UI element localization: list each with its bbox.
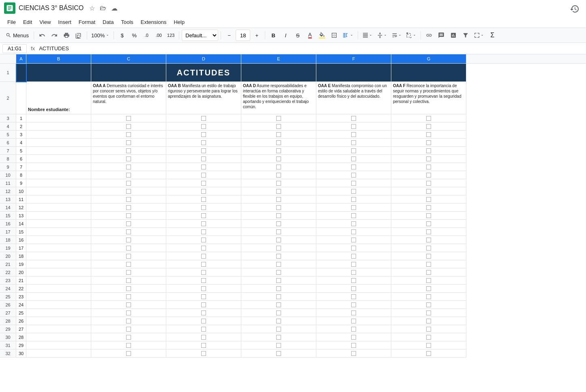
cell-a24[interactable]: 22: [16, 285, 26, 293]
checkbox-f-row-18[interactable]: [351, 254, 356, 259]
row-num-13[interactable]: 13: [0, 195, 16, 203]
checkbox-c-row-18[interactable]: [126, 254, 131, 259]
cell-d22[interactable]: [166, 268, 241, 276]
cell-d11[interactable]: [166, 179, 241, 187]
row-num-3[interactable]: 3: [0, 114, 16, 122]
row-num-32[interactable]: 32: [0, 349, 16, 358]
cell-a19[interactable]: 17: [16, 244, 26, 252]
cloud-icon[interactable]: ☁: [111, 4, 118, 12]
cell-f12[interactable]: [316, 187, 391, 195]
checkbox-d-row-20[interactable]: [201, 270, 206, 275]
checkbox-e-row-10[interactable]: [276, 189, 281, 194]
cell-g29[interactable]: [391, 325, 466, 333]
checkbox-c-row-25[interactable]: [126, 311, 131, 315]
checkbox-e-row-9[interactable]: [276, 181, 281, 186]
checkbox-g-row-10[interactable]: [426, 189, 431, 194]
checkbox-f-row-28[interactable]: [351, 335, 356, 340]
checkbox-e-row-5[interactable]: [276, 148, 281, 153]
merge-cells-button[interactable]: [341, 30, 355, 41]
cell-g26[interactable]: [391, 301, 466, 309]
cell-b5[interactable]: [26, 131, 91, 139]
cell-c22[interactable]: [91, 268, 166, 276]
checkbox-c-row-9[interactable]: [126, 181, 131, 186]
checkbox-f-row-20[interactable]: [351, 270, 356, 275]
cell-e2[interactable]: OAA D Asume responsabilidades e interact…: [241, 82, 316, 114]
checkbox-c-row-4[interactable]: [126, 140, 131, 145]
cell-d2[interactable]: OAA B Manifiesta un estilo de trabajo ri…: [166, 82, 241, 114]
row-num-8[interactable]: 8: [0, 155, 16, 163]
cell-a9[interactable]: 7: [16, 163, 26, 171]
cell-c7[interactable]: [91, 147, 166, 155]
checkbox-d-row-18[interactable]: [201, 254, 206, 259]
cell-b6[interactable]: [26, 139, 91, 147]
checkbox-d-row-11[interactable]: [201, 197, 206, 202]
cell-f20[interactable]: [316, 252, 391, 260]
cell-f11[interactable]: [316, 179, 391, 187]
checkbox-e-row-12[interactable]: [276, 205, 281, 210]
text-color-button[interactable]: A: [304, 30, 316, 41]
cell-a23[interactable]: 21: [16, 276, 26, 285]
cell-d16[interactable]: [166, 220, 241, 228]
cell-b31[interactable]: [26, 341, 91, 349]
cell-a10[interactable]: 8: [16, 171, 26, 179]
checkbox-e-row-4[interactable]: [276, 140, 281, 145]
cell-e9[interactable]: [241, 163, 316, 171]
checkbox-c-row-17[interactable]: [126, 246, 131, 251]
cell-g23[interactable]: [391, 276, 466, 285]
checkbox-c-row-20[interactable]: [126, 270, 131, 275]
cell-f1[interactable]: [316, 64, 391, 82]
cell-e29[interactable]: [241, 325, 316, 333]
cell-a8[interactable]: 6: [16, 155, 26, 163]
cell-b22[interactable]: [26, 268, 91, 276]
menu-help[interactable]: Help: [170, 18, 188, 26]
checkbox-e-row-15[interactable]: [276, 229, 281, 234]
cell-b9[interactable]: [26, 163, 91, 171]
cell-g12[interactable]: [391, 187, 466, 195]
checkbox-d-row-21[interactable]: [201, 278, 206, 283]
cell-c14[interactable]: [91, 203, 166, 212]
cell-d19[interactable]: [166, 244, 241, 252]
cell-d4[interactable]: [166, 122, 241, 131]
increase-font-button[interactable]: +: [251, 30, 262, 41]
cell-g15[interactable]: [391, 212, 466, 220]
checkbox-d-row-17[interactable]: [201, 246, 206, 251]
cell-g27[interactable]: [391, 309, 466, 317]
cell-b29[interactable]: [26, 325, 91, 333]
checkbox-f-row-27[interactable]: [351, 327, 356, 332]
checkbox-c-row-2[interactable]: [126, 124, 131, 129]
menu-view[interactable]: View: [36, 18, 54, 26]
checkbox-d-row-30[interactable]: [201, 351, 206, 356]
cell-c30[interactable]: [91, 333, 166, 341]
cell-e23[interactable]: [241, 276, 316, 285]
cell-f32[interactable]: [316, 349, 391, 358]
filter-button[interactable]: [460, 30, 471, 41]
cell-e22[interactable]: [241, 268, 316, 276]
menu-format[interactable]: Format: [75, 18, 99, 26]
cell-e6[interactable]: [241, 139, 316, 147]
checkbox-e-row-6[interactable]: [276, 156, 281, 161]
cell-c11[interactable]: [91, 179, 166, 187]
cell-g11[interactable]: [391, 179, 466, 187]
col-header-g[interactable]: G: [391, 54, 466, 63]
checkbox-g-row-7[interactable]: [426, 165, 431, 169]
checkbox-d-row-16[interactable]: [201, 238, 206, 242]
checkbox-f-row-29[interactable]: [351, 343, 356, 348]
align-button[interactable]: [361, 30, 374, 41]
cell-c5[interactable]: [91, 131, 166, 139]
row-num-6[interactable]: 6: [0, 139, 16, 147]
chart-button[interactable]: [448, 30, 459, 41]
menu-tools[interactable]: Tools: [118, 18, 136, 26]
checkbox-d-row-28[interactable]: [201, 335, 206, 340]
cell-g31[interactable]: [391, 341, 466, 349]
checkbox-e-row-18[interactable]: [276, 254, 281, 259]
cell-c13[interactable]: [91, 195, 166, 203]
cell-g18[interactable]: [391, 236, 466, 244]
fill-color-button[interactable]: [316, 30, 328, 41]
cell-d30[interactable]: [166, 333, 241, 341]
cell-a15[interactable]: 13: [16, 212, 26, 220]
checkbox-e-row-8[interactable]: [276, 173, 281, 178]
bold-button[interactable]: B: [268, 30, 279, 41]
col-header-d[interactable]: D: [166, 54, 241, 63]
checkbox-g-row-25[interactable]: [426, 311, 431, 315]
checkbox-g-row-3[interactable]: [426, 132, 431, 137]
